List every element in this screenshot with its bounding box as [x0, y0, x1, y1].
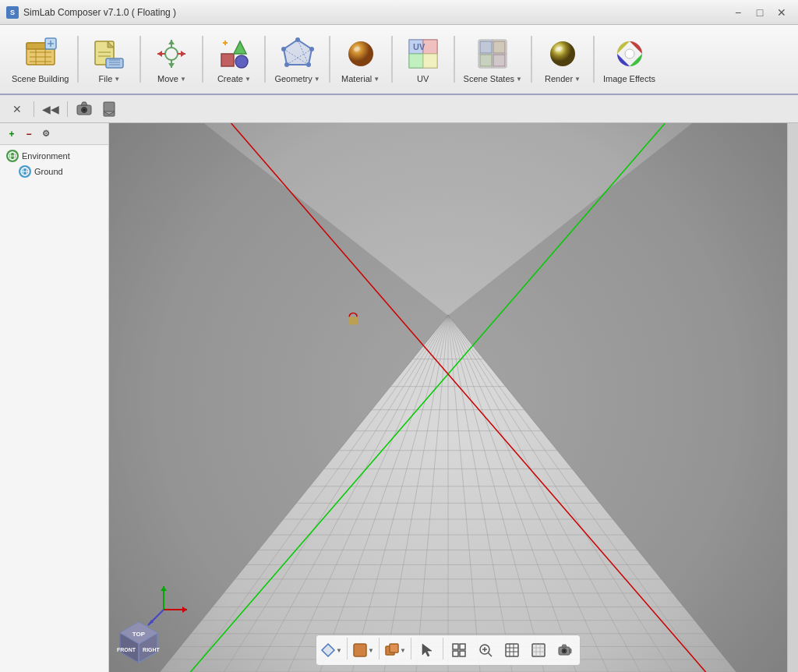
- svg-marker-22: [168, 63, 175, 68]
- scene-nav-left[interactable]: ◀◀: [40, 99, 62, 119]
- svg-text:UV: UV: [413, 42, 425, 51]
- create-label: Create ▼: [217, 74, 251, 83]
- svg-rect-86: [460, 644, 465, 649]
- window-controls[interactable]: − □ ✕: [728, 5, 792, 20]
- vp-snap-btn[interactable]: [447, 638, 471, 663]
- viewport-toolbar: ▼ ▼ ▼: [316, 635, 581, 666]
- close-button[interactable]: ✕: [772, 5, 792, 20]
- toolbar-separator: [139, 36, 141, 83]
- add-node-btn[interactable]: +: [5, 127, 19, 141]
- svg-point-18: [165, 48, 178, 60]
- ground-icon: [19, 165, 31, 178]
- scene-tree: Environment Ground: [0, 145, 108, 672]
- vp-select-btn[interactable]: [415, 638, 440, 663]
- toolbar-geometry[interactable]: Geometry ▼: [269, 29, 325, 90]
- toolbar-scene-building[interactable]: Scene Building: [6, 29, 74, 90]
- toolbar-material[interactable]: Material ▼: [334, 29, 388, 90]
- material-icon: [342, 35, 380, 73]
- right-panel-strip: [787, 123, 798, 672]
- minimize-button[interactable]: −: [728, 5, 748, 20]
- vp-zoom-fit-btn[interactable]: [473, 638, 498, 663]
- vp-surface-btn[interactable]: ▼: [351, 638, 376, 663]
- image-effects-label: Image Effects: [603, 74, 655, 83]
- vp-camera-btn[interactable]: [553, 638, 577, 663]
- title-bar: S SimLab Composer v7.1.0 ( Floating ) − …: [0, 0, 798, 25]
- scene-panel-toolbar: + − ⚙: [0, 123, 108, 145]
- toolbar-uv[interactable]: UV UV: [396, 29, 450, 90]
- svg-rect-98: [532, 644, 545, 656]
- scene-bar: ✕ ◀◀: [0, 95, 798, 123]
- toolbar-separator: [329, 36, 330, 83]
- toolbar-separator: [391, 36, 393, 83]
- create-icon: [215, 35, 252, 73]
- render-icon: [544, 35, 581, 73]
- scene-close-btn[interactable]: ✕: [6, 99, 28, 119]
- svg-marker-106: [562, 645, 567, 647]
- toolbar-render[interactable]: Render ▼: [535, 29, 590, 90]
- geometry-label: Geometry ▼: [274, 74, 320, 83]
- svg-rect-85: [453, 644, 458, 649]
- vp-grid-btn[interactable]: [500, 638, 524, 663]
- svg-rect-88: [460, 651, 465, 656]
- svg-marker-26: [181, 51, 185, 57]
- tree-item-ground[interactable]: Ground: [3, 164, 105, 179]
- geometry-icon: [279, 35, 316, 73]
- main-toolbar: Scene Building File ▼: [0, 25, 798, 95]
- svg-rect-93: [506, 644, 518, 656]
- app-title: SimLab Composer v7.1.0 ( Floating ): [23, 7, 176, 18]
- vp-grid2-btn[interactable]: [526, 638, 551, 663]
- svg-text:TOP: TOP: [132, 631, 146, 638]
- svg-marker-24: [157, 51, 162, 57]
- toolbar-separator: [593, 36, 595, 83]
- move-label: Move ▼: [157, 74, 186, 83]
- maximize-button[interactable]: □: [750, 5, 770, 20]
- title-bar-left: S SimLab Composer v7.1.0 ( Floating ): [6, 6, 176, 19]
- toolbar-create[interactable]: Create ▼: [207, 29, 261, 90]
- svg-rect-52: [493, 41, 505, 53]
- toolbar-image-effects[interactable]: Image Effects: [598, 29, 661, 90]
- scene-states-label: Scene States ▼: [464, 74, 522, 83]
- scene-bookmark[interactable]: [98, 99, 120, 119]
- scene-panel: + − ⚙ Environment: [0, 123, 109, 672]
- uv-icon: UV: [404, 35, 442, 73]
- svg-point-42: [348, 41, 373, 66]
- svg-rect-51: [480, 41, 492, 53]
- vp-sep: [347, 638, 348, 660]
- main-area: + − ⚙ Environment: [0, 123, 798, 672]
- svg-rect-46: [423, 40, 437, 54]
- file-label: File ▼: [99, 74, 121, 83]
- vp-view-nav-btn[interactable]: ▼: [319, 638, 344, 663]
- svg-rect-107: [570, 649, 571, 653]
- scene-camera[interactable]: [73, 99, 95, 119]
- tree-item-environment[interactable]: Environment: [3, 148, 105, 164]
- scene-settings-btn[interactable]: ⚙: [39, 127, 53, 141]
- file-icon: [90, 35, 128, 73]
- scene-building-label: Scene Building: [12, 74, 69, 83]
- vp-sep: [443, 638, 443, 660]
- vp-object-btn[interactable]: ▼: [383, 638, 408, 663]
- svg-marker-81: [322, 644, 334, 656]
- vp-sep: [411, 638, 411, 660]
- svg-rect-27: [221, 54, 234, 66]
- environment-icon: [6, 150, 19, 162]
- svg-text:FRONT: FRONT: [117, 647, 136, 653]
- move-icon: [153, 35, 190, 73]
- remove-node-btn[interactable]: −: [22, 127, 36, 141]
- toolbar-scene-states[interactable]: Scene States ▼: [458, 29, 528, 90]
- toolbar-separator: [202, 36, 203, 83]
- toolbar-move[interactable]: Move ▼: [144, 29, 199, 90]
- svg-rect-53: [480, 55, 492, 66]
- scene-bar-separator: [34, 101, 34, 117]
- image-effects-icon: [611, 35, 648, 73]
- nav-cube[interactable]: TOP FRONT RIGHT: [115, 619, 162, 666]
- svg-marker-28: [234, 41, 246, 54]
- svg-rect-48: [423, 54, 437, 68]
- uv-label: UV: [417, 74, 429, 83]
- svg-rect-82: [354, 644, 366, 656]
- 3d-viewport[interactable]: TOP FRONT RIGHT ▼ ▼: [109, 123, 787, 672]
- vp-sep: [379, 638, 380, 660]
- toolbar-file[interactable]: File ▼: [82, 29, 136, 90]
- svg-rect-87: [453, 651, 458, 656]
- svg-marker-33: [284, 40, 312, 65]
- svg-point-63: [83, 108, 86, 111]
